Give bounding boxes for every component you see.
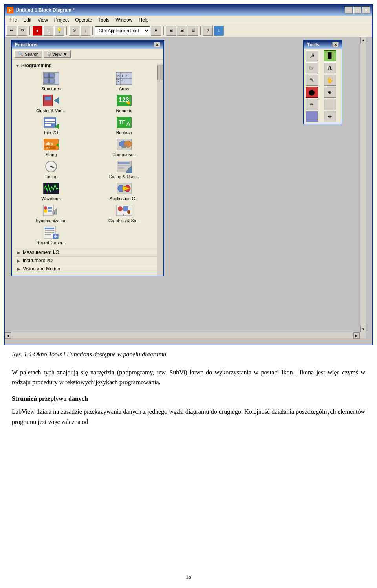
- menu-project[interactable]: Project: [51, 16, 72, 24]
- avatar-btn[interactable]: 1: [214, 26, 224, 36]
- svg-text:R: R: [117, 74, 120, 78]
- fileio-icon: [42, 115, 60, 130]
- scroll-up-btn[interactable]: ▲: [360, 37, 366, 43]
- separator-5: [200, 26, 201, 35]
- tool-scroll[interactable]: [324, 99, 336, 110]
- comparison-label: Comparison: [112, 152, 135, 157]
- list-item[interactable]: ♪ Graphics & So...: [89, 203, 159, 223]
- menu-operate[interactable]: Operate: [72, 16, 95, 24]
- tool-extra1[interactable]: [306, 111, 318, 122]
- minimize-button[interactable]: ─: [345, 7, 353, 14]
- scroll-down-btn[interactable]: ▼: [360, 326, 366, 332]
- tool-pointer[interactable]: ↗: [306, 50, 318, 61]
- list-item[interactable]: TF A Boolean: [89, 115, 159, 135]
- debug-btn[interactable]: ⚙: [69, 26, 79, 36]
- refresh-btn[interactable]: ⟳: [17, 26, 27, 36]
- collapsed-arrow-2: ▶: [17, 259, 20, 263]
- svg-text:4: 4: [121, 79, 123, 82]
- palette-toolbar: 🔍 Search ⊞ View ▼: [12, 49, 163, 60]
- tool-connect[interactable]: ✎: [306, 75, 318, 86]
- font-dropdown-btn[interactable]: ▼: [151, 26, 161, 36]
- graphics-icon: ♪: [115, 203, 133, 217]
- restore-button[interactable]: □: [353, 7, 361, 14]
- paragraph-1: W paletach tych znajdują się narzędzia (…: [12, 367, 365, 387]
- separator-1: [29, 26, 30, 35]
- align-btn[interactable]: ⊞: [166, 26, 176, 36]
- scroll-thumb[interactable]: [157, 65, 163, 80]
- tool-breakpoint[interactable]: ⬤: [306, 87, 318, 98]
- tool-extra2[interactable]: ✒: [324, 111, 336, 122]
- svg-text:TF: TF: [119, 119, 126, 125]
- canvas-area[interactable]: Functions ✕ 🔍 Search ⊞ View ▼: [5, 37, 372, 345]
- svg-rect-3: [44, 79, 49, 83]
- menu-view[interactable]: View: [35, 16, 51, 24]
- tool-text[interactable]: A: [324, 62, 336, 73]
- tool-hand[interactable]: 🖐: [324, 75, 336, 86]
- paragraph-2: LabView działa na zasadzie przekazywania…: [12, 407, 365, 427]
- waveform-icon: [42, 181, 60, 195]
- svg-rect-45: [118, 167, 125, 169]
- list-item[interactable]: Timing: [16, 159, 86, 179]
- search-button[interactable]: 🔍 Search: [14, 50, 42, 58]
- cluster-icon: [42, 93, 60, 108]
- palette-scrollbar[interactable]: [157, 64, 163, 276]
- menu-file[interactable]: File: [6, 16, 20, 24]
- font-selector[interactable]: 13pt Application Font: [95, 26, 150, 35]
- separator-4: [163, 26, 164, 35]
- list-item[interactable]: Application C...: [89, 181, 159, 201]
- view-icon: ⊞: [47, 51, 51, 57]
- tool-color-copy[interactable]: ✏: [306, 99, 318, 110]
- list-item[interactable]: File I/O: [16, 115, 86, 135]
- list-item[interactable]: abc la fi String: [16, 137, 86, 157]
- tool-operate[interactable]: █: [324, 50, 336, 61]
- list-item[interactable]: ▶ Instrument I/O: [14, 257, 161, 265]
- svg-marker-16: [54, 97, 59, 104]
- menu-window[interactable]: Window: [113, 16, 136, 24]
- resize-btn[interactable]: ⊠: [188, 26, 198, 36]
- run-btn[interactable]: ●: [32, 26, 42, 36]
- svg-text:♪: ♪: [123, 212, 124, 217]
- list-item[interactable]: Structures: [16, 71, 86, 91]
- list-item[interactable]: Dialog & User...: [89, 159, 159, 179]
- svg-rect-44: [118, 165, 130, 166]
- list-item[interactable]: Waveform: [16, 181, 86, 201]
- abort-btn[interactable]: 💡: [54, 26, 64, 36]
- list-item[interactable]: R 1 2 3 4 Array: [89, 71, 159, 91]
- text-content: Rys. 1.4 Okno Tools i Functions dostępne…: [12, 349, 365, 433]
- menu-tools[interactable]: Tools: [95, 16, 113, 24]
- collapsed-label-3: Vision and Motion: [23, 266, 60, 272]
- back-btn[interactable]: ↩: [6, 26, 16, 36]
- tools-palette-title: Tools ✕: [304, 41, 342, 49]
- list-item[interactable]: Comparison: [89, 137, 159, 157]
- step-btn[interactable]: ↓: [80, 26, 90, 36]
- list-item[interactable]: ▶ Vision and Motion: [14, 265, 161, 273]
- scroll-right-btn[interactable]: ▶: [353, 332, 360, 339]
- list-item[interactable]: Report Gener...: [16, 225, 86, 245]
- view-button[interactable]: ⊞ View ▼: [44, 50, 71, 58]
- list-item[interactable]: ♪ Synchronization: [16, 203, 86, 223]
- sync-label: Synchronization: [36, 218, 66, 223]
- scroll-left-btn[interactable]: ◀: [5, 332, 11, 339]
- toolbar: ↩ ⟳ ● ⏸ 💡 ⚙ ↓ 13pt Application Font ▼ ⊞ …: [5, 24, 372, 37]
- close-button[interactable]: ✕: [362, 7, 370, 14]
- vertical-scrollbar[interactable]: ▲ ▼: [360, 37, 366, 332]
- list-item[interactable]: 123 Numeric: [89, 93, 159, 113]
- tool-probe[interactable]: ⊕: [324, 87, 336, 98]
- list-item[interactable]: Cluster & Vari...: [16, 93, 86, 113]
- svg-rect-4: [49, 79, 54, 83]
- horizontal-scrollbar[interactable]: ◀ ▶: [5, 332, 360, 338]
- help-icon-btn[interactable]: ?: [203, 26, 213, 36]
- tools-close-btn[interactable]: ✕: [332, 42, 339, 47]
- tool-position[interactable]: ☞: [306, 62, 318, 73]
- svg-rect-21: [45, 119, 55, 121]
- menu-help[interactable]: Help: [135, 16, 152, 24]
- boolean-icon: TF A: [115, 115, 133, 130]
- structures-icon: [42, 71, 60, 86]
- pause-btn[interactable]: ⏸: [43, 26, 53, 36]
- list-item[interactable]: ▶ Measurement I/O: [14, 248, 161, 257]
- dist-btn[interactable]: ⊟: [177, 26, 187, 36]
- menu-edit[interactable]: Edit: [20, 16, 35, 24]
- collapsed-arrow-3: ▶: [17, 267, 20, 271]
- numeric-icon: 123: [115, 93, 133, 108]
- functions-close-btn[interactable]: ✕: [154, 42, 160, 47]
